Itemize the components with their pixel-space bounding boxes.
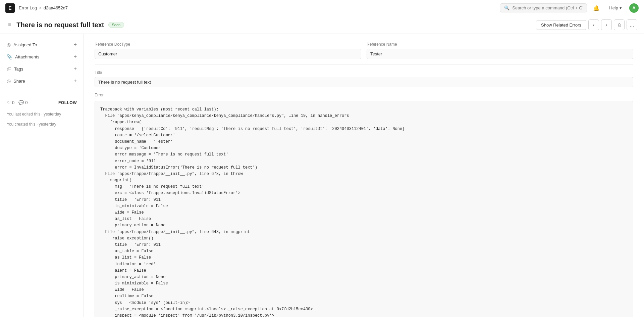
sidebar-item-assigned-to[interactable]: ◎ Assigned To +: [4, 39, 79, 50]
breadcrumb-separator: >: [39, 5, 42, 10]
created-text: You created this · yesterday: [4, 121, 79, 128]
sidebar-item-tags[interactable]: 🏷 Tags +: [4, 63, 79, 74]
sidebar-item-share[interactable]: ◎ Share +: [4, 76, 79, 86]
page-title: There is no request full text: [16, 21, 104, 29]
add-attachment-icon[interactable]: +: [74, 54, 77, 60]
breadcrumb-current: d2aa4652d7: [44, 5, 68, 10]
title-label: Title: [95, 70, 633, 75]
notifications-bell[interactable]: 🔔: [591, 3, 602, 13]
divider-1: [95, 64, 633, 65]
add-share-icon[interactable]: +: [74, 78, 77, 84]
comment-count: 0: [25, 100, 28, 105]
reference-doctype-label: Reference DocType: [95, 42, 361, 47]
topbar: E Error Log > d2aa4652d7 🔍 🔔 Help ▾ A: [0, 0, 644, 16]
status-badge: Seen: [108, 22, 124, 28]
search-input[interactable]: [512, 5, 583, 10]
title-input[interactable]: [95, 77, 633, 87]
reference-name-field: Reference Name: [367, 42, 633, 59]
sidebar-divider: [4, 92, 79, 92]
breadcrumb-parent[interactable]: Error Log: [19, 5, 37, 10]
breadcrumb: Error Log > d2aa4652d7: [19, 5, 68, 10]
main-content: Reference DocType Reference Name Title E…: [84, 34, 644, 317]
more-actions-button[interactable]: …: [627, 19, 637, 30]
reference-name-label: Reference Name: [367, 42, 633, 47]
tags-icon: 🏷: [7, 66, 11, 72]
header-actions: Show Related Errors ‹ › ⎙ …: [536, 19, 637, 30]
next-button[interactable]: ›: [601, 19, 612, 30]
reference-name-input[interactable]: [367, 49, 633, 59]
chevron-down-icon: ▾: [620, 5, 622, 10]
share-icon: ◎: [7, 78, 11, 84]
avatar[interactable]: A: [629, 3, 639, 13]
error-content: Traceback with variables (most recent ca…: [95, 101, 633, 317]
error-label: Error: [95, 93, 633, 97]
sidebar-item-label: Share: [13, 79, 25, 84]
assigned-to-icon: ◎: [7, 42, 11, 47]
title-field: Title: [95, 70, 633, 87]
app-logo: E: [5, 3, 15, 13]
prev-button[interactable]: ‹: [588, 19, 599, 30]
page-header: ≡ There is no request full text Seen Sho…: [0, 16, 644, 34]
comment-icon: 💬: [18, 100, 24, 105]
reference-doctype-field: Reference DocType: [95, 42, 361, 59]
like-button[interactable]: ♡ 0: [7, 100, 14, 105]
print-button[interactable]: ⎙: [614, 19, 625, 30]
comment-button[interactable]: 💬 0: [18, 100, 28, 105]
reference-row: Reference DocType Reference Name: [95, 42, 633, 59]
attachments-icon: 📎: [7, 54, 12, 59]
error-field: Error Traceback with variables (most rec…: [95, 93, 633, 317]
page-layout: ◎ Assigned To + 📎 Attachments + 🏷 Tags +…: [0, 34, 644, 317]
search-icon: 🔍: [504, 5, 509, 10]
search-bar[interactable]: 🔍: [500, 3, 587, 12]
sidebar-item-label: Tags: [14, 66, 23, 72]
sidebar-item-label: Attachments: [15, 54, 39, 59]
reference-doctype-input[interactable]: [95, 49, 361, 59]
sidebar-item-attachments[interactable]: 📎 Attachments +: [4, 51, 79, 62]
follow-button[interactable]: FOLLOW: [58, 100, 77, 105]
like-comment-row: ♡ 0 💬 0 FOLLOW: [4, 97, 79, 108]
sidebar: ◎ Assigned To + 📎 Attachments + 🏷 Tags +…: [0, 34, 84, 317]
like-icon: ♡: [7, 100, 11, 105]
sidebar-item-label: Assigned To: [13, 42, 37, 47]
like-count: 0: [12, 100, 14, 105]
last-edited-text: You last edited this · yesterday: [4, 110, 79, 118]
help-menu[interactable]: Help ▾: [606, 4, 625, 12]
add-tag-icon[interactable]: +: [74, 66, 77, 72]
sidebar-toggle-icon[interactable]: ≡: [7, 20, 12, 29]
add-assigned-icon[interactable]: +: [74, 42, 77, 48]
show-related-errors-button[interactable]: Show Related Errors: [536, 20, 586, 30]
